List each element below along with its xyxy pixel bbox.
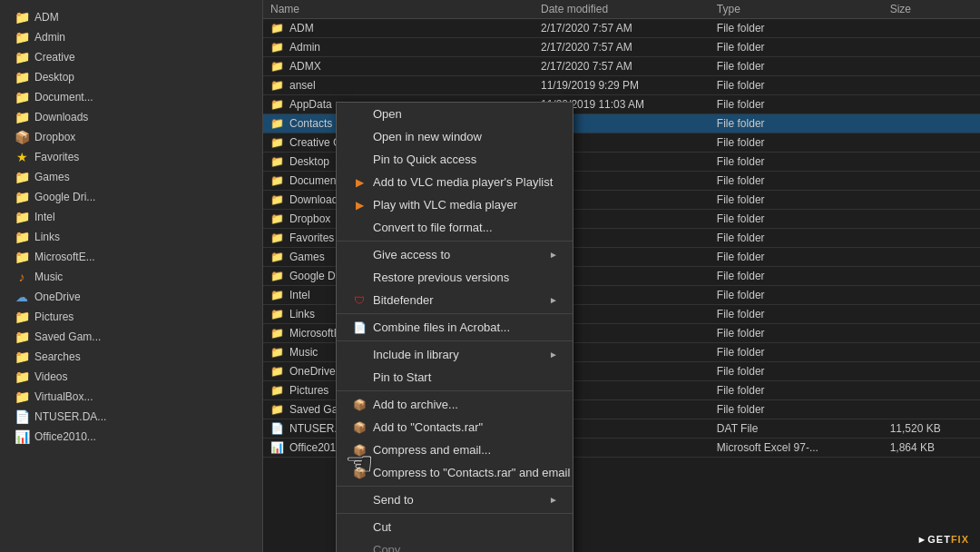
sidebar-item-savedgames[interactable]: 📁 Saved Gam...: [0, 327, 262, 347]
ctx-label-add-vlc-playlist: Add to VLC media player's Playlist: [373, 175, 558, 189]
file-icon: 📁: [270, 365, 284, 378]
ctx-include-library[interactable]: Include in library ►: [337, 343, 573, 366]
ctx-open-new-window[interactable]: Open in new window: [337, 125, 573, 148]
sidebar-item-adm[interactable]: 📁 ADM: [0, 7, 262, 27]
watermark-brand: FIX: [951, 534, 969, 545]
ctx-send-to[interactable]: Send to ►: [337, 488, 573, 511]
sidebar-item-label: Dropbox: [34, 131, 75, 143]
ctx-pin-quick-access[interactable]: Pin to Quick access: [337, 148, 573, 171]
sidebar-item-label: MicrosoftE...: [34, 251, 95, 263]
file-icon: 📁: [270, 384, 284, 397]
sidebar-item-admin[interactable]: 📁 Admin: [0, 27, 262, 47]
ctx-restore-versions[interactable]: Restore previous versions: [337, 266, 573, 289]
table-row[interactable]: 📁Admin 2/17/2020 7:57 AM File folder: [263, 38, 980, 57]
ctx-add-archive[interactable]: 📦 Add to archive...: [337, 393, 573, 416]
folder-icon: 📁: [15, 210, 29, 224]
file-icon: 📁: [270, 193, 284, 206]
ctx-separator-6: [337, 513, 573, 514]
sidebar-item-videos[interactable]: 📁 Videos: [0, 367, 262, 387]
ctx-separator-3: [337, 340, 573, 341]
submenu-arrow: ►: [549, 250, 558, 260]
sidebar-item-label: Games: [34, 171, 70, 183]
ctx-compress-contacts-email[interactable]: 📦 Compress to "Contacts.rar" and email: [337, 461, 573, 484]
file-icon: 📄: [270, 422, 284, 435]
sidebar-item-intel[interactable]: 📁 Intel: [0, 207, 262, 227]
sidebar-item-onedrive[interactable]: ☁ OneDrive: [0, 287, 262, 307]
ctx-open[interactable]: Open: [337, 103, 573, 125]
ctx-label-compress-email: Compress and email...: [373, 443, 558, 457]
ctx-give-access[interactable]: Give access to ►: [337, 243, 573, 266]
table-row[interactable]: 📁ansel 11/19/2019 9:29 PM File folder: [263, 76, 980, 95]
sidebar-item-label: Pictures: [34, 310, 74, 323]
sidebar-item-label: Intel: [34, 211, 55, 223]
ctx-convert-format[interactable]: Convert to file format...: [337, 216, 573, 239]
folder-icon: 📁: [15, 70, 29, 84]
sidebar-item-label: Links: [34, 231, 60, 243]
ctx-label-add-archive: Add to archive...: [373, 398, 558, 411]
sidebar-item-creative[interactable]: 📁 Creative: [0, 47, 262, 67]
sidebar-item-office2010[interactable]: 📊 Office2010...: [0, 427, 262, 447]
column-type: Type: [710, 0, 883, 19]
sidebar-item-pictures[interactable]: 📁 Pictures: [0, 307, 262, 327]
ctx-label-pin-quick-access: Pin to Quick access: [373, 153, 558, 166]
sidebar-item-microsoftE[interactable]: 📁 MicrosoftE...: [0, 247, 262, 267]
sidebar-item-music[interactable]: ♪ Music: [0, 267, 262, 287]
context-menu: Open Open in new window Pin to Quick acc…: [336, 102, 573, 552]
ctx-pin-start[interactable]: Pin to Start: [337, 366, 573, 389]
folder-icon: 📁: [15, 30, 29, 44]
sidebar-item-searches[interactable]: 📁 Searches: [0, 347, 262, 367]
ctx-label-open: Open: [373, 107, 558, 121]
sidebar: 📁 ADM 📁 Admin 📁 Creative 📁 Desktop 📁 Doc…: [0, 0, 263, 552]
explorer-window: 📁 ADM 📁 Admin 📁 Creative 📁 Desktop 📁 Doc…: [0, 0, 980, 552]
file-icon: 📁: [270, 308, 284, 320]
sidebar-item-label: Document...: [34, 91, 93, 104]
table-row[interactable]: 📁ADMX 2/17/2020 7:57 AM File folder: [263, 57, 980, 76]
ctx-compress-email[interactable]: 📦 Compress and email...: [337, 439, 573, 461]
file-icon: 📁: [270, 327, 284, 340]
ctx-copy[interactable]: Copy: [337, 538, 573, 552]
ctx-add-contacts-rar[interactable]: 📦 Add to "Contacts.rar": [337, 416, 573, 439]
ctx-label-convert-format: Convert to file format...: [373, 221, 558, 234]
sidebar-item-ntuser[interactable]: 📄 NTUSER.DA...: [0, 407, 262, 427]
ctx-bitdefender[interactable]: 🛡 Bitdefender ►: [337, 289, 573, 311]
star-icon: ★: [15, 150, 29, 164]
ctx-label-open-new-window: Open in new window: [373, 130, 558, 143]
submenu-arrow-sendto: ►: [549, 495, 558, 505]
music-icon: ♪: [15, 270, 29, 284]
table-row[interactable]: 📁ADM 2/17/2020 7:57 AM File folder: [263, 19, 980, 38]
ctx-cut[interactable]: Cut: [337, 516, 573, 538]
bitdefender-icon: 🛡: [351, 294, 368, 307]
ctx-label-add-contacts-rar: Add to "Contacts.rar": [373, 420, 558, 434]
sidebar-item-favorites[interactable]: ★ Favorites: [0, 147, 262, 167]
file-icon: 📁: [270, 174, 284, 187]
sidebar-item-desktop[interactable]: 📁 Desktop: [0, 67, 262, 87]
sidebar-item-dropbox[interactable]: 📦 Dropbox: [0, 127, 262, 147]
folder-icon: 📁: [15, 250, 29, 264]
ctx-separator-1: [337, 241, 573, 242]
file-icon: 📁: [270, 98, 284, 111]
vlc-icon: ▶: [351, 176, 368, 189]
folder-icon: 📁: [15, 110, 29, 124]
sidebar-item-games[interactable]: 📁 Games: [0, 167, 262, 187]
folder-icon: 📁: [15, 350, 29, 364]
sidebar-item-links[interactable]: 📁 Links: [0, 227, 262, 247]
ctx-label-compress-contacts-email: Compress to "Contacts.rar" and email: [373, 466, 570, 479]
sidebar-item-label: ADM: [34, 11, 59, 24]
sidebar-item-label: OneDrive: [34, 291, 81, 303]
file-icon: 📁: [270, 60, 284, 73]
file-icon: 📁: [270, 22, 284, 34]
column-size: Size: [883, 0, 980, 19]
sidebar-item-googledrive[interactable]: 📁 Google Dri...: [0, 187, 262, 207]
sidebar-item-downloads[interactable]: 📁 Downloads: [0, 107, 262, 127]
file-icon: 📊: [270, 441, 284, 454]
acrobat-icon: 📄: [351, 321, 368, 334]
sidebar-item-documents[interactable]: 📁 Document...: [0, 87, 262, 107]
ctx-combine-acrobat[interactable]: 📄 Combine files in Acrobat...: [337, 316, 573, 339]
file-icon: 📁: [270, 251, 284, 263]
submenu-arrow-bitdefender: ►: [549, 295, 558, 305]
folder-icon: 📁: [15, 10, 29, 25]
ctx-add-vlc-playlist[interactable]: ▶ Add to VLC media player's Playlist: [337, 171, 573, 193]
ctx-play-vlc[interactable]: ▶ Play with VLC media player: [337, 193, 573, 216]
folder-icon: 📁: [15, 50, 29, 64]
sidebar-item-virtualbox[interactable]: 📁 VirtualBox...: [0, 387, 262, 407]
